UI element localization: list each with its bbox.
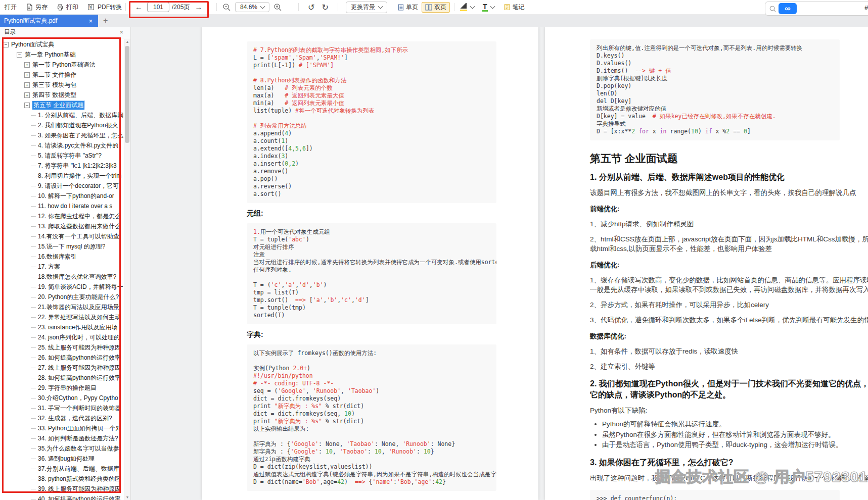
toc-item[interactable]: 27. 线上服务可能因为种种原因	[0, 363, 124, 373]
toc-item-label[interactable]: 19. 简单谈谈ACID，并解释每一	[38, 283, 123, 291]
toc-item-label[interactable]: 38. python新式类和经典类的区	[38, 475, 121, 483]
toc-item-label[interactable]: 2. 我们都知道现在Python很火	[38, 121, 118, 130]
highlighter-button[interactable]	[460, 3, 474, 11]
toc-item[interactable]: 13. 爬取这些数据都用来做什么	[0, 221, 124, 231]
toc-item[interactable]: 19. 简单谈谈ACID，并解释每一	[0, 282, 124, 292]
toc-item[interactable]: 31. 手写一个判断时间的装饰器	[0, 403, 124, 413]
toc-item-label[interactable]: 13. 爬取这些数据都用来做什么	[38, 222, 121, 231]
toc-item[interactable]: 16.数据库索引	[0, 252, 124, 262]
change-background-dropdown[interactable]: 更换背景	[346, 2, 387, 13]
tab-close-icon[interactable]: ×	[87, 17, 94, 25]
expand-toggle-icon[interactable]: +	[24, 72, 30, 78]
text-tool-button[interactable]: T	[482, 3, 494, 12]
page-number-input[interactable]	[147, 2, 169, 12]
toc-item-label[interactable]: 第三节 模块与包	[32, 81, 76, 89]
toc-item-label[interactable]: 24. json序列化时，可以处理的	[38, 333, 120, 342]
zoom-level-dropdown[interactable]: 84.6%	[235, 2, 269, 12]
toc-item-label[interactable]: 4. 请谈谈.pyc文件和.py文件的	[38, 141, 118, 150]
toc-item[interactable]: 22. 异常处理写法以及如何主动	[0, 312, 124, 322]
toc-item-label[interactable]: 21.装饰器的写法以及应用场景	[38, 303, 119, 312]
toc-item[interactable]: 37.分别从前端、后端、数据库	[0, 464, 124, 474]
toc-item-label[interactable]: 15.说一下 mysql 的原理?	[38, 242, 105, 251]
toc-item-label[interactable]: 第五节 企业面试题	[32, 101, 84, 110]
toc-item-label[interactable]: 5. 请反转字符串 "aStr"?	[38, 152, 102, 160]
toc-item-label[interactable]: 1. 分别从前端、后端、数据库阐	[38, 111, 123, 120]
toc-item-label[interactable]: 10. 解释一下python的and-or	[38, 192, 114, 201]
toc-item-label[interactable]: 31. 手写一个判断时间的装饰器	[38, 404, 121, 413]
save-as-button[interactable]: 另存	[21, 0, 52, 14]
toc-item[interactable]: 35.为什么函数名字可以当做参	[0, 443, 124, 454]
toc-item[interactable]: 38. python新式类和经典类的区	[0, 474, 124, 484]
collapse-toggle-icon[interactable]: −	[3, 42, 9, 47]
double-page-button[interactable]: 双页	[422, 2, 450, 13]
toc-item[interactable]: 36. 遇到bug如何处理	[0, 454, 124, 464]
toc-item[interactable]: 7. 将字符串 "k:1 |k1:2|k2:3|k3	[0, 161, 124, 171]
toc-item-label[interactable]: 32. 生成器，迭代器的区别?	[38, 414, 112, 423]
toc-item-label[interactable]: 28. 如何提高python的运行效率	[38, 374, 121, 382]
toc-item[interactable]: 18.数据库怎么优化查询效率?	[0, 272, 124, 282]
toc-item-label[interactable]: 40. 如何提高python的运行效率	[38, 495, 121, 500]
toc-item-label[interactable]: 36. 遇到bug如何处理	[38, 455, 95, 463]
tab-python-pdf[interactable]: Python面试宝典.pdf ×	[0, 15, 98, 27]
zoom-out-icon[interactable]	[222, 3, 231, 12]
toc-item[interactable]: −Python面试宝典	[0, 39, 124, 49]
single-page-button[interactable]: 单页	[394, 2, 422, 13]
toc-item-label[interactable]: 26. 如何提高python的运行效率	[38, 354, 121, 362]
toc-item-label[interactable]: 11. how do I iterate over a s	[38, 203, 112, 210]
toc-item[interactable]: +第四节 数据类型	[0, 90, 124, 100]
toc-item[interactable]: 14.有没有一个工具可以帮助查	[0, 231, 124, 241]
toc-item-label[interactable]: 30.介绍Cython，Pypy Cpytho	[38, 394, 118, 403]
collapse-toggle-icon[interactable]: −	[24, 103, 30, 108]
toc-item[interactable]: +第二节 文件操作	[0, 70, 124, 80]
toc-item-label[interactable]: 第二节 文件操作	[32, 71, 76, 79]
toc-item-label[interactable]: 第一章 Python基础	[25, 51, 76, 59]
toc-item[interactable]: 20. Python的主要功能是什么?	[0, 292, 124, 302]
toc-item-label[interactable]: 18.数据库怎么优化查询效率?	[38, 273, 116, 281]
toc-item-label[interactable]: 39. 线上服务可能因为种种原因	[38, 485, 121, 493]
toc-item-label[interactable]: 3. 如果你困在了死循环里，怎么	[38, 131, 123, 140]
toc-item-label[interactable]: 34. 如何判断是函数还是方法?	[38, 434, 118, 443]
toc-item-label[interactable]: 20. Python的主要功能是什么?	[38, 293, 119, 302]
toc-item-label[interactable]: 7. 将字符串 "k:1 |k1:2|k2:3|k3	[38, 162, 117, 170]
toc-item[interactable]: 5. 请反转字符串 "aStr"?	[0, 151, 124, 161]
sidebar-close-icon[interactable]: ×	[119, 26, 123, 38]
toc-item[interactable]: 17. 方案	[0, 262, 124, 272]
scroll-up-icon[interactable]: ▲	[124, 40, 130, 43]
collapse-toggle-icon[interactable]: −	[17, 52, 22, 58]
toc-item-label[interactable]: 9. 请设计一个decorator，它可	[38, 182, 119, 190]
toc-item[interactable]: 24. json序列化时，可以处理的	[0, 332, 124, 342]
toc-item[interactable]: 39. 线上服务可能因为种种原因	[0, 484, 124, 494]
search-widget[interactable]: ∞ #	[765, 2, 868, 16]
toc-item[interactable]: +第三节 模块与包	[0, 80, 124, 90]
expand-toggle-icon[interactable]: +	[24, 92, 30, 98]
toc-item[interactable]: +第一节 Python基础语法	[0, 60, 124, 70]
print-button[interactable]: 打印	[52, 0, 83, 14]
toc-item-label[interactable]: 第一节 Python基础语法	[32, 61, 96, 69]
toc-item[interactable]: 10. 解释一下python的and-or	[0, 191, 124, 201]
sidebar-scrollbar[interactable]: ▲ ▼	[124, 39, 130, 500]
toc-item[interactable]: −第一章 Python基础	[0, 49, 124, 60]
toc-item-label[interactable]: 27. 线上服务可能因为种种原因	[38, 364, 121, 372]
toc-item[interactable]: 30.介绍Cython，Pypy Cpytho	[0, 393, 124, 403]
toc-item-label[interactable]: 12. 你在爬虫过程中，都是怎么	[38, 212, 121, 221]
toc-item[interactable]: 28. 如何提高python的运行效率	[0, 373, 124, 383]
toc-item-label[interactable]: 25. 线上服务可能因为种种原因	[38, 343, 121, 352]
toc-item-label[interactable]: 23. isinstance作用以及应用场	[38, 323, 117, 332]
note-button[interactable]: 笔记	[504, 3, 525, 12]
toc-item[interactable]: 2. 我们都知道现在Python很火	[0, 120, 124, 130]
toc-item-label[interactable]: 第四节 数据类型	[32, 91, 76, 99]
open-button[interactable]: 打开	[0, 0, 21, 14]
toc-item[interactable]: 15.说一下 mysql 的原理?	[0, 241, 124, 252]
toc-item-label[interactable]: 29. 字符串的操作题目	[38, 384, 97, 392]
toc-item[interactable]: 33. Python里面如何拷贝一个对	[0, 423, 124, 433]
toc-item-label[interactable]: 22. 异常处理写法以及如何主动	[38, 313, 121, 322]
toc-item[interactable]: 1. 分别从前端、后端、数据库阐	[0, 110, 124, 120]
toc-item[interactable]: 8. 利用切片操作，实现一个trim	[0, 171, 124, 181]
toc-item[interactable]: 9. 请设计一个decorator，它可	[0, 181, 124, 191]
toc-item[interactable]: 34. 如何判断是函数还是方法?	[0, 433, 124, 443]
next-page-button[interactable]: →	[193, 1, 204, 14]
toc-item[interactable]: 3. 如果你困在了死循环里，怎么	[0, 130, 124, 140]
toc-item[interactable]: 11. how do I iterate over a s	[0, 201, 124, 211]
toc-item-label[interactable]: 17. 方案	[38, 263, 60, 271]
toc-item[interactable]: 4. 请谈谈.pyc文件和.py文件的	[0, 140, 124, 151]
